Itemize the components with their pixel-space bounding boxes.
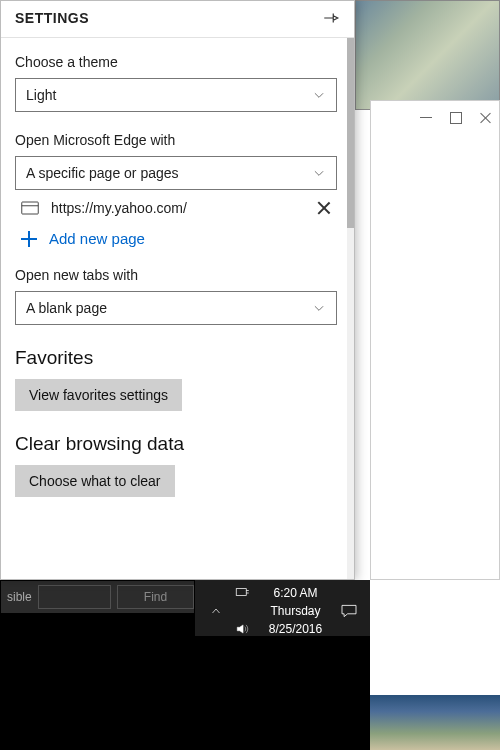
open-with-label: Open Microsoft Edge with: [15, 132, 340, 148]
choose-what-to-clear-button[interactable]: Choose what to clear: [15, 465, 175, 497]
tray-overflow-chevron-up-icon[interactable]: [210, 605, 222, 617]
findbar-partial-text: sible: [1, 590, 38, 604]
background-minimize-icon[interactable]: [420, 112, 432, 124]
background-close-icon[interactable]: [480, 112, 492, 124]
theme-label: Choose a theme: [15, 54, 340, 70]
favorites-heading: Favorites: [15, 347, 340, 369]
find-input[interactable]: [38, 585, 111, 609]
find-button[interactable]: Find: [117, 585, 194, 609]
background-thumbnail: [355, 0, 500, 110]
open-with-selected-value: A specific page or pages: [26, 165, 179, 181]
new-tabs-select[interactable]: A blank page: [15, 291, 337, 325]
theme-select[interactable]: Light: [15, 78, 337, 112]
add-new-page-label: Add new page: [49, 230, 145, 247]
settings-title: SETTINGS: [15, 10, 89, 26]
background-window-controls: [420, 112, 492, 124]
taskbar-tray: 6:20 AM Thursday 8/25/2016: [195, 580, 370, 636]
background-maximize-icon[interactable]: [450, 112, 462, 124]
open-with-select[interactable]: A specific page or pages: [15, 156, 337, 190]
theme-selected-value: Light: [26, 87, 56, 103]
svg-rect-0: [22, 202, 39, 214]
theme-group: Choose a theme Light: [15, 54, 340, 112]
clear-data-section: Clear browsing data Choose what to clear: [15, 433, 340, 497]
add-new-page-link[interactable]: Add new page: [15, 220, 340, 247]
background-window: [370, 100, 500, 580]
remove-page-button[interactable]: [317, 201, 331, 215]
action-center-icon[interactable]: [337, 604, 361, 618]
clock-time[interactable]: 6:20 AM: [255, 586, 336, 600]
chevron-down-icon: [312, 166, 326, 180]
network-icon[interactable]: [235, 587, 250, 599]
new-tabs-group: Open new tabs with A blank page: [15, 267, 340, 325]
new-tabs-selected-value: A blank page: [26, 300, 107, 316]
scrollbar-thumb[interactable]: [347, 38, 354, 228]
scrollbar-track[interactable]: [347, 38, 354, 579]
svg-rect-2: [236, 589, 246, 596]
pin-icon[interactable]: [322, 9, 340, 27]
favorites-section: Favorites View favorites settings: [15, 347, 340, 411]
page-icon: [21, 201, 39, 215]
startup-page-row: https://my.yahoo.com/: [15, 190, 337, 220]
chevron-down-icon: [312, 301, 326, 315]
settings-header: SETTINGS: [1, 1, 354, 38]
find-bar: sible Find: [0, 580, 195, 614]
volume-icon[interactable]: [235, 622, 250, 636]
clock-date[interactable]: 8/25/2016: [255, 622, 336, 636]
settings-body: Choose a theme Light Open Microsoft Edge…: [1, 38, 354, 579]
settings-panel: SETTINGS Choose a theme Light Open Micro…: [0, 0, 355, 580]
new-tabs-label: Open new tabs with: [15, 267, 340, 283]
view-favorites-settings-button[interactable]: View favorites settings: [15, 379, 182, 411]
plus-icon: [21, 231, 37, 247]
background-thumbnail-bottom: [370, 695, 500, 750]
clock-day[interactable]: Thursday: [255, 604, 336, 618]
startup-page-url: https://my.yahoo.com/: [51, 200, 305, 216]
chevron-down-icon: [312, 88, 326, 102]
open-with-group: Open Microsoft Edge with A specific page…: [15, 132, 340, 247]
clear-data-heading: Clear browsing data: [15, 433, 340, 455]
